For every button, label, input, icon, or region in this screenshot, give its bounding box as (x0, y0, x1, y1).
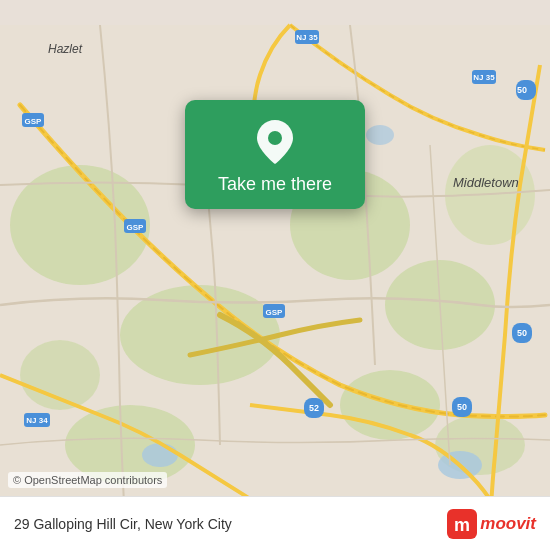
svg-text:Middletown: Middletown (453, 175, 519, 190)
svg-text:52: 52 (309, 403, 319, 413)
moovit-logo: m moovit (447, 509, 536, 539)
copyright-text: © OpenStreetMap contributors (8, 472, 167, 488)
svg-text:GSP: GSP (127, 223, 145, 232)
location-pin-icon (257, 120, 293, 164)
bottom-bar: 29 Galloping Hill Cir, New York City m m… (0, 496, 550, 550)
map-background: GSP GSP GSP NJ 35 NJ 35 50 50 50 NJ 34 5… (0, 0, 550, 550)
svg-text:m: m (454, 515, 470, 535)
tooltip-card: Take me there (185, 100, 365, 209)
svg-point-35 (268, 131, 282, 145)
svg-point-12 (366, 125, 394, 145)
svg-text:50: 50 (517, 85, 527, 95)
moovit-text: moovit (480, 514, 536, 534)
svg-text:Hazlet: Hazlet (48, 42, 83, 56)
svg-text:NJ 35: NJ 35 (473, 73, 495, 82)
address-label: 29 Galloping Hill Cir, New York City (14, 516, 232, 532)
moovit-icon: m (447, 509, 477, 539)
svg-text:NJ 34: NJ 34 (26, 416, 48, 425)
svg-text:GSP: GSP (266, 308, 284, 317)
svg-text:NJ 35: NJ 35 (296, 33, 318, 42)
svg-text:50: 50 (457, 402, 467, 412)
svg-point-10 (142, 443, 178, 467)
map-container: GSP GSP GSP NJ 35 NJ 35 50 50 50 NJ 34 5… (0, 0, 550, 550)
take-me-there-button[interactable]: Take me there (218, 174, 332, 195)
svg-text:50: 50 (517, 328, 527, 338)
svg-text:GSP: GSP (25, 117, 43, 126)
